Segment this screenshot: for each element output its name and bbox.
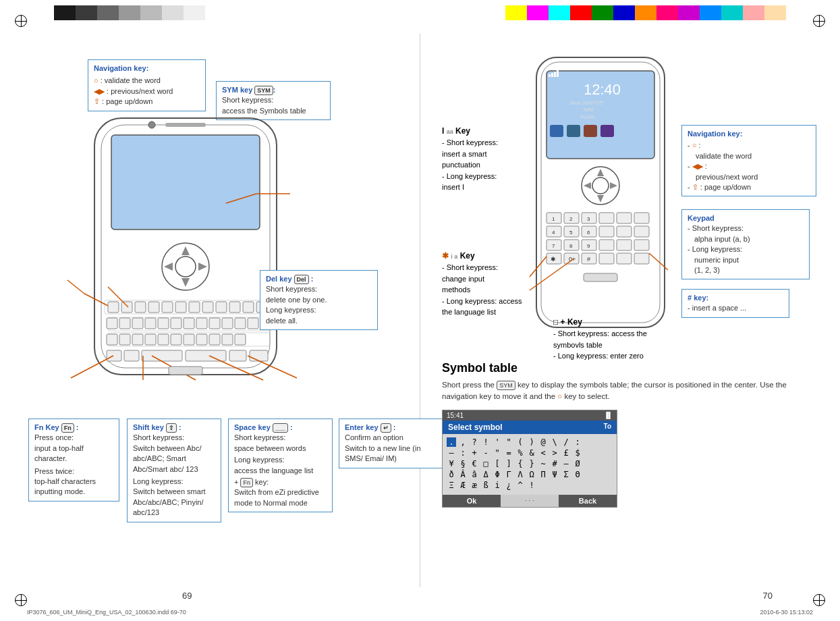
svg-rect-112: [634, 240, 649, 250]
svg-rect-121: [634, 253, 649, 264]
svg-rect-44: [196, 334, 207, 345]
sym-rbr: ]: [504, 459, 513, 468]
symbol-ui-topright: To: [604, 423, 611, 432]
svg-rect-40: [145, 334, 156, 345]
sym-lcurl: {: [515, 459, 525, 468]
nav-key-item1: ○ : validate the word: [94, 76, 200, 86]
hash-key-right-line1: - insert a space ...: [688, 303, 783, 313]
symbol-table-section: Symbol table Short press the SYM key to …: [442, 361, 820, 508]
sym-plus: +: [470, 448, 479, 458]
svg-marker-88: [610, 182, 617, 189]
sym-sq: □: [481, 459, 491, 468]
sym-AE: Æ: [458, 481, 468, 490]
keypad-right-line5: (1, 2, 3): [688, 265, 804, 275]
svg-rect-53: [250, 350, 268, 361]
i-key-line3: punctuation: [442, 159, 557, 171]
sym-apos: ': [493, 437, 502, 447]
space-key-line5: + Fn key:: [234, 477, 327, 487]
enter-key-title: Enter key ↵ :: [345, 423, 437, 433]
enter-key-line1: Confirm an option: [345, 433, 437, 443]
sym-lambda: Λ: [515, 470, 525, 479]
svg-rect-31: [196, 318, 207, 329]
svg-line-62: [67, 280, 84, 294]
asterisk-key-desc: ✱ i a Key - Short keypress: change input…: [442, 250, 577, 318]
reg-mark-br: [813, 594, 825, 606]
svg-rect-92: [599, 213, 614, 223]
sym-quot: ": [504, 437, 513, 447]
symbol-table-heading: Symbol table: [442, 361, 820, 375]
svg-rect-119: [599, 253, 614, 264]
zero-plus-line3: - Long keypress: enter zero: [553, 350, 688, 362]
svg-marker-85: [597, 169, 604, 176]
sym-sigma: Σ: [561, 470, 571, 479]
sym-omega: Ω: [527, 470, 536, 479]
symbol-ui-title: Select symbol: [448, 423, 503, 432]
svg-rect-24: [107, 318, 117, 329]
reg-mark-bl: [15, 594, 27, 606]
svg-rect-25: [119, 318, 130, 329]
hash-key-right-title: # key:: [688, 293, 783, 303]
sym-rpar: ): [527, 437, 536, 447]
svg-rect-21: [229, 302, 240, 313]
svg-rect-34: [235, 318, 246, 329]
svg-rect-49: [124, 350, 139, 361]
i-key-label: I aa Key: [442, 125, 557, 137]
svg-marker-6: [181, 278, 190, 287]
keypad-right-line4: numeric input: [688, 255, 804, 265]
svg-rect-12: [108, 302, 119, 313]
svg-rect-111: [617, 240, 632, 250]
shift-key-line1: Short keypress:: [133, 433, 215, 443]
nav-key-right-item3: - ⇧ : page up/down: [688, 182, 810, 192]
svg-rect-18: [189, 302, 200, 313]
svg-rect-94: [634, 213, 649, 223]
zero-plus-line2: symbovls table: [553, 340, 688, 351]
symbol-footer-ok[interactable]: Ok: [443, 495, 501, 507]
sym-pound: £: [561, 448, 571, 458]
svg-rect-35: [248, 318, 258, 329]
space-key-line4: access the language list: [234, 466, 327, 476]
asterisk-key-line2: change input: [442, 273, 577, 285]
svg-rect-67: [169, 367, 202, 375]
sym-minus: -: [481, 448, 491, 458]
sym-pct: %: [515, 448, 525, 458]
sym-dot: .: [447, 437, 456, 447]
sym-lbr: [: [493, 459, 502, 468]
sym-lpar: (: [515, 437, 525, 447]
svg-marker-5: [181, 246, 190, 255]
zero-plus-line1: - Short keypress: access the: [553, 328, 688, 340]
svg-rect-41: [158, 334, 169, 345]
svg-rect-45: [209, 334, 220, 345]
svg-rect-38: [119, 334, 130, 345]
svg-rect-51: [186, 350, 226, 361]
svg-text:12:40: 12:40: [584, 81, 621, 98]
symbol-ui-footer: Ok · · · Back: [443, 495, 617, 507]
sym-xi: Ξ: [447, 481, 456, 490]
sym-col2: :: [458, 448, 468, 458]
shift-key-line2: Switch between Abc/ abc/ABC; Smart Abc/S…: [133, 443, 215, 475]
nav-key-callout-right: Navigation key: - ○ : validate the word …: [681, 125, 816, 196]
symbol-ui-time: 15:41: [447, 412, 464, 419]
svg-rect-33: [222, 318, 233, 329]
shift-key-line4: Switch between smart Abc/abc/ABC; Pinyin…: [133, 487, 215, 518]
footer-file: IP3076_606_UM_MiniQ_Eng_USA_02_100630.in…: [27, 609, 186, 616]
svg-rect-39: [132, 334, 143, 345]
space-key-line2: space between words: [234, 443, 327, 454]
symbol-row-1: . , ? ! ' " ( ) @ \ / :: [447, 437, 613, 447]
shift-key-title: Shift key ⇧ :: [133, 423, 215, 433]
symbol-ui-title-bar: Select symbol To: [443, 421, 617, 434]
sym-theta: Θ: [573, 470, 582, 479]
symbol-footer-back[interactable]: Back: [559, 495, 617, 507]
svg-rect-77: [554, 72, 556, 77]
nav-key-right-item2b: previous/next word: [688, 172, 810, 182]
nav-key-right-item1: - ○ :: [688, 140, 810, 151]
reg-mark-tl: [15, 15, 27, 27]
fn-key-callout: Fn Key Fn : Press once: input a top-half…: [28, 418, 119, 502]
symbol-ui-header: 15:41 ▐▌: [443, 410, 617, 421]
svg-rect-16: [162, 302, 173, 313]
sym-Acirc: Â: [458, 470, 468, 479]
nav-key-item2: ◀▶ : previous/next word: [94, 86, 200, 97]
svg-text:1: 1: [552, 216, 555, 222]
svg-text:6: 6: [587, 230, 590, 236]
symbol-footer-mid: · · ·: [501, 495, 559, 507]
sym-tilde: ~: [538, 459, 548, 468]
